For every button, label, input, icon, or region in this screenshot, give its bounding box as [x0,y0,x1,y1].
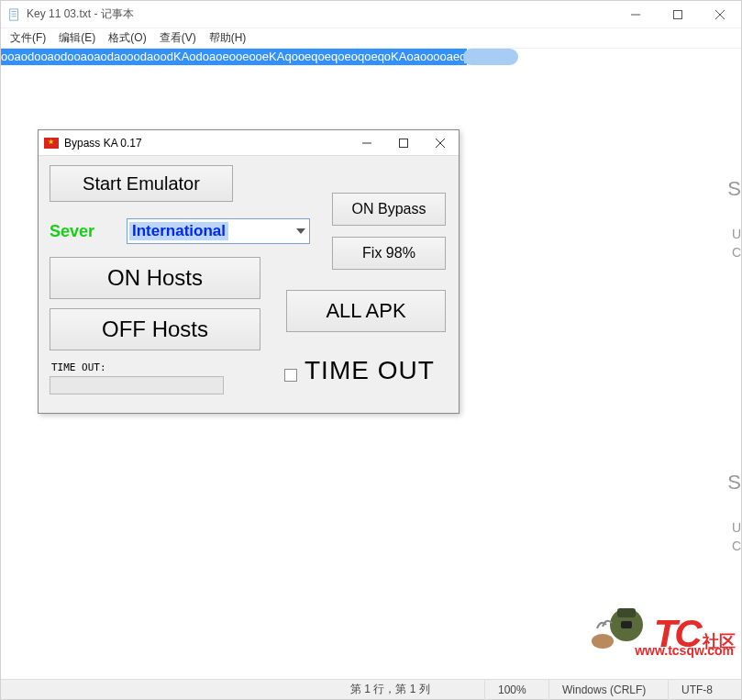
bypass-window: Bypass KA 0.17 Start Emulator ON Bypass … [38,129,460,414]
notepad-statusbar: 第 1 行，第 1 列 100% Windows (CRLF) UTF-8 [1,679,741,699]
bypass-title: Bypass KA 0.17 [64,137,349,150]
svg-rect-14 [617,608,636,617]
cropped-letter: U [732,520,741,535]
watermark-url: www.tcsqw.com [635,643,734,658]
cropped-letter: C [732,539,741,553]
svg-point-12 [592,634,614,649]
cropped-letter: S [727,177,741,201]
bypass-window-controls [349,130,459,156]
status-encoding: UTF-8 [668,680,741,700]
status-zoom: 100% [484,680,548,700]
menu-view[interactable]: 查看(V) [160,30,196,46]
server-selected-value: International [129,222,228,240]
cropped-letter: C [732,245,741,260]
menu-edit[interactable]: 编辑(E) [59,30,95,46]
bypass-maximize-button[interactable] [385,130,422,156]
maximize-button[interactable] [657,1,699,28]
menu-help[interactable]: 帮助(H) [209,30,247,46]
svg-rect-5 [674,10,682,18]
timeout-input[interactable] [50,376,224,394]
menu-file[interactable]: 文件(F) [10,30,46,46]
bypass-body: Start Emulator ON Bypass Fix 98% Sever I… [39,156,459,413]
on-bypass-button[interactable]: ON Bypass [332,193,446,226]
bypass-titlebar[interactable]: Bypass KA 0.17 [39,130,459,156]
status-eol: Windows (CRLF) [548,680,668,700]
notepad-title: Key 11 03.txt - 记事本 [27,6,615,22]
bypass-close-button[interactable] [422,130,459,156]
notepad-text-area[interactable]: ooaodooaodooaoaodaooodaoodKAodoaoeooeooe… [1,49,741,680]
notepad-window: Key 11 03.txt - 记事本 文件(F) 编辑(E) 格式(O) 查看… [0,0,742,700]
start-emulator-button[interactable]: Start Emulator [50,165,233,202]
on-hosts-button[interactable]: ON Hosts [50,257,260,299]
flag-icon [44,138,59,149]
status-position: 第 1 行，第 1 列 [338,680,484,700]
chevron-down-icon [296,228,305,234]
notepad-menubar: 文件(F) 编辑(E) 格式(O) 查看(V) 帮助(H) [1,28,741,49]
timeout-small-label: TIME OUT: [51,361,106,373]
cropped-letter: U [732,227,741,241]
bypass-minimize-button[interactable] [349,130,385,156]
timeout-label: TIME OUT [305,356,435,385]
fix-98-button[interactable]: Fix 98% [332,237,446,270]
all-apk-button[interactable]: ALL APK [286,290,446,332]
svg-rect-15 [621,621,632,628]
notepad-app-icon [8,8,21,21]
notepad-titlebar[interactable]: Key 11 03.txt - 记事本 [1,1,741,28]
close-button[interactable] [699,1,741,28]
window-controls [615,1,741,28]
menu-format[interactable]: 格式(O) [108,30,146,46]
server-select[interactable]: International [127,218,310,244]
svg-rect-9 [400,139,408,147]
server-label: Sever [50,222,94,241]
selected-text[interactable]: ooaodooaodooaoaodaooodaoodKAodoaoeooeooe… [1,49,467,65]
selection-end-blob [463,49,518,65]
timeout-checkbox[interactable] [284,369,297,382]
minimize-button[interactable] [615,1,657,28]
off-hosts-button[interactable]: OFF Hosts [50,308,260,350]
svg-rect-0 [10,8,18,19]
cropped-letter: S [727,471,741,494]
